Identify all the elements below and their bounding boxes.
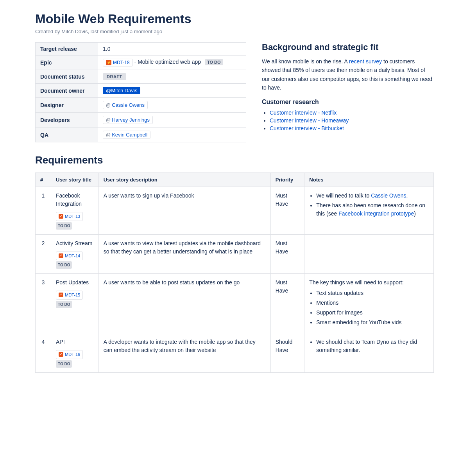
customer-research-title: Customer research [262, 99, 434, 106]
table-row-epic: Epic ⚡ MDT-18 - Mobile optimized web app… [36, 56, 246, 70]
row3-num: 3 [36, 274, 51, 333]
row2-priority: Must Have [270, 234, 304, 274]
col-story-desc: User story description [98, 173, 270, 187]
row1-mdt-icon: ✓ [59, 214, 63, 219]
row2-desc: A user wants to view the latest updates … [98, 234, 270, 274]
list-item: Smart embedding for YouTube vids [316, 318, 429, 327]
row4-mdt-badge[interactable]: ✓ MDT-16 [56, 350, 83, 359]
row3-todo: TO DO [56, 301, 72, 308]
row1-mdt-badge[interactable]: ✓ MDT-13 [56, 212, 83, 221]
table-row: 2 Activity Stream ✓ MDT-14 TO DO A user … [36, 234, 434, 274]
fb-integration-link[interactable]: Facebook integration prototype [338, 210, 414, 217]
label-doc-owner: Document owner [36, 84, 98, 98]
designer-mention[interactable]: @Cassie Owens [103, 101, 148, 109]
background-body: We all know mobile is on the rise. A rec… [262, 57, 434, 92]
interview-homeaway-link[interactable]: Customer interview - Homeaway [270, 117, 349, 124]
table-row-designer: Designer @Cassie Owens [36, 98, 246, 113]
row3-notes-intro: The key things we will need to support: [309, 279, 403, 286]
requirements-table: # User story title User story descriptio… [35, 172, 434, 373]
interview-netflix-link[interactable]: Customer interview - Netflix [270, 110, 337, 116]
table-row-qa: QA @Kevin Campbell [36, 128, 246, 142]
row4-mdt-label: MDT-16 [65, 351, 80, 358]
row3-mdt-icon: ✓ [59, 293, 63, 297]
row1-title-cell: Facebook Integration ✓ MDT-13 TO DO [51, 187, 99, 235]
value-doc-owner: @Mitch Davis [98, 84, 246, 98]
row3-notes: The key things we will need to support: … [304, 274, 434, 333]
row3-mdt-badge[interactable]: ✓ MDT-15 [56, 291, 83, 300]
label-qa: QA [36, 128, 98, 142]
epic-mdt-label: MDT-18 [113, 60, 130, 65]
row2-mdt-icon: ✓ [59, 253, 63, 258]
list-item: We will need to talk to Cassie Owens. [316, 192, 429, 200]
draft-badge: DRAFT [103, 73, 126, 80]
page-title: Mobile Web Requirements [35, 12, 434, 26]
label-developers: Developers [36, 113, 98, 128]
row3-priority: Must Have [270, 274, 304, 333]
list-item: There has also been some research done o… [316, 201, 429, 218]
table-row-doc-status: Document status DRAFT [36, 70, 246, 84]
row4-priority: Should Have [270, 333, 304, 373]
recent-survey-link[interactable]: recent survey [349, 58, 382, 65]
background-title: Background and strategic fit [262, 42, 434, 52]
qa-mention[interactable]: @Kevin Campbell [103, 131, 150, 139]
col-num: # [36, 173, 51, 187]
row1-priority: Must Have [270, 187, 304, 235]
page-subtitle: Created by Mitch Davis, last modified ju… [35, 29, 434, 34]
row3-mdt-label: MDT-15 [65, 292, 80, 298]
epic-todo-badge: TO DO [205, 59, 223, 65]
list-item: Customer interview - Netflix [270, 110, 434, 116]
epic-badge[interactable]: ⚡ MDT-18 [103, 59, 133, 66]
row4-desc: A developer wants to integrate with the … [98, 333, 270, 373]
row1-todo: TO DO [56, 222, 72, 230]
row2-story-title: Activity Stream [56, 239, 94, 248]
row4-mdt-icon: ✓ [59, 352, 63, 357]
row4-todo: TO DO [56, 360, 72, 368]
value-doc-status: DRAFT [98, 70, 246, 84]
background-section: Background and strategic fit We all know… [262, 42, 434, 142]
label-epic: Epic [36, 56, 98, 70]
row2-mdt-badge[interactable]: ✓ MDT-14 [56, 251, 83, 260]
value-developers: @Harvey Jennings [98, 113, 246, 128]
row3-title-cell: Post Updates ✓ MDT-15 TO DO [51, 274, 99, 333]
row2-num: 2 [36, 234, 51, 274]
value-target-release: 1.0 [98, 43, 246, 56]
row2-mdt-label: MDT-14 [65, 253, 80, 259]
list-item: Support for images [316, 309, 429, 317]
row4-story-title: API [56, 338, 94, 346]
row2-notes [304, 234, 434, 274]
label-doc-status: Document status [36, 70, 98, 84]
value-epic: ⚡ MDT-18 - Mobile optimized web app TO D… [98, 56, 246, 70]
row1-num: 1 [36, 187, 51, 235]
list-item: We should chat to Team Dyno as they did … [316, 338, 429, 354]
col-notes: Notes [304, 173, 434, 187]
epic-icon: ⚡ [106, 60, 111, 65]
info-table: Target release 1.0 Epic ⚡ MDT-18 - Mobil… [35, 42, 246, 142]
row4-title-cell: API ✓ MDT-16 TO DO [51, 333, 99, 373]
col-priority: Priority [270, 173, 304, 187]
table-row: 1 Facebook Integration ✓ MDT-13 TO DO A … [36, 187, 434, 235]
cassie-owens-link[interactable]: Cassie Owens [371, 192, 406, 199]
row2-todo: TO DO [56, 261, 72, 269]
developers-mention[interactable]: @Harvey Jennings [103, 116, 153, 124]
list-item: Customer interview - Bitbucket [270, 125, 434, 131]
table-row-developers: Developers @Harvey Jennings [36, 113, 246, 128]
table-row: 4 API ✓ MDT-16 TO DO A developer wants t… [36, 333, 434, 373]
row2-title-cell: Activity Stream ✓ MDT-14 TO DO [51, 234, 99, 274]
row1-story-title: Facebook Integration [56, 192, 94, 208]
row4-mdt-wrap: ✓ MDT-16 TO DO [56, 348, 94, 368]
row1-notes: We will need to talk to Cassie Owens. Th… [304, 187, 434, 235]
row1-mdt-label: MDT-13 [65, 213, 80, 220]
row3-desc: A user wants to be able to post status u… [98, 274, 270, 333]
table-row: 3 Post Updates ✓ MDT-15 TO DO A user wan… [36, 274, 434, 333]
interview-bitbucket-link[interactable]: Customer interview - Bitbucket [270, 125, 344, 131]
table-header-row: # User story title User story descriptio… [36, 173, 434, 187]
epic-desc: - Mobile optimized web app [134, 59, 201, 65]
label-designer: Designer [36, 98, 98, 113]
row3-mdt-wrap: ✓ MDT-15 TO DO [56, 289, 94, 308]
row1-mdt-wrap: ✓ MDT-13 TO DO [56, 210, 94, 230]
value-designer: @Cassie Owens [98, 98, 246, 113]
owner-mention[interactable]: @Mitch Davis [103, 87, 140, 94]
col-story-title: User story title [51, 173, 99, 187]
label-target-release: Target release [36, 43, 98, 56]
value-qa: @Kevin Campbell [98, 128, 246, 142]
